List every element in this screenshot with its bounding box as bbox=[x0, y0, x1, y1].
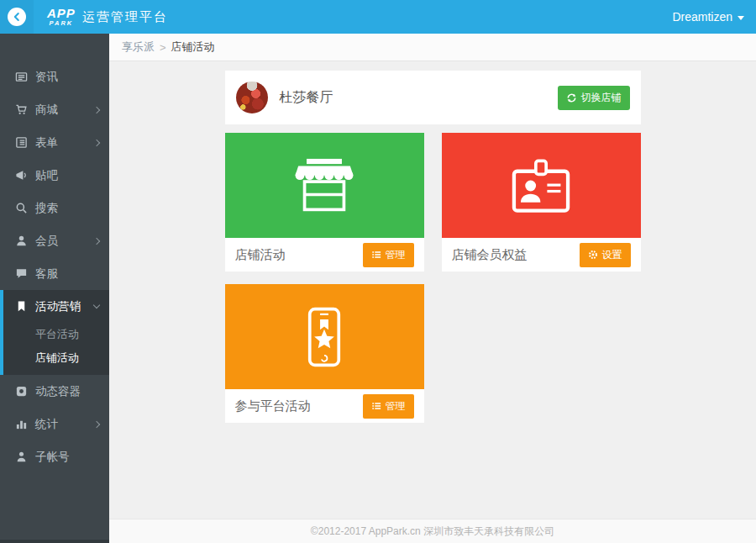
refresh-icon bbox=[566, 92, 577, 103]
sidebar-item-label: 搜索 bbox=[35, 201, 58, 216]
sidebar-item-dynamic-container[interactable]: 动态容器 bbox=[0, 375, 109, 408]
card-footer: 店铺会员权益 设置 bbox=[442, 238, 641, 272]
content-column: 杜莎餐厅 切换店铺 bbox=[225, 71, 641, 423]
sidebar-item-label: 统计 bbox=[35, 417, 58, 432]
caret-down-icon bbox=[738, 16, 744, 20]
sidebar-item-label: 资讯 bbox=[35, 70, 58, 85]
app-window: APP PARK 运营管理平台 Dreamtizen 资讯 商城 bbox=[0, 0, 756, 543]
member-icon bbox=[15, 235, 28, 247]
chat-icon bbox=[15, 267, 28, 280]
sidebar-item-label: 表单 bbox=[35, 135, 58, 150]
sidebar-item-support[interactable]: 客服 bbox=[0, 257, 109, 290]
card-button-label: 管理 bbox=[386, 248, 406, 262]
topbar: APP PARK 运营管理平台 Dreamtizen bbox=[0, 0, 756, 34]
container-icon bbox=[15, 385, 28, 398]
sidebar-subitem-platform-activity[interactable]: 平台活动 bbox=[3, 323, 109, 346]
chevron-right-icon bbox=[93, 139, 100, 145]
form-icon bbox=[15, 136, 28, 149]
card-button-label: 设置 bbox=[602, 248, 622, 262]
sidebar-item-subaccount[interactable]: 子帐号 bbox=[0, 440, 109, 473]
sidebar-item-forum[interactable]: 贴吧 bbox=[0, 159, 109, 192]
card-button-label: 管理 bbox=[386, 399, 406, 414]
breadcrumb-current: 店铺活动 bbox=[171, 40, 215, 55]
chevron-down-icon bbox=[93, 302, 100, 308]
sidebar-item-label: 贴吧 bbox=[35, 168, 58, 183]
sidebar-item-label: 动态容器 bbox=[35, 384, 81, 399]
sidebar-subitem-label: 店铺活动 bbox=[35, 351, 79, 366]
user-icon bbox=[15, 451, 28, 463]
sidebar-subitem-shop-activity[interactable]: 店铺活动 bbox=[3, 346, 109, 370]
switch-shop-button[interactable]: 切换店铺 bbox=[558, 86, 630, 110]
id-card-icon[interactable] bbox=[442, 133, 641, 238]
sidebar-bottom-strip bbox=[0, 540, 109, 543]
page-footer: ©2012-2017 AppPark.cn 深圳市致丰天承科技有限公司 bbox=[109, 519, 756, 543]
switch-shop-label: 切换店铺 bbox=[581, 91, 622, 105]
sidebar-item-label: 子帐号 bbox=[35, 450, 70, 465]
sidebar: 资讯 商城 表单 贴吧 搜索 bbox=[0, 34, 109, 543]
copyright-text: ©2012-2017 AppPark.cn 深圳市致丰天承科技有限公司 bbox=[311, 525, 554, 539]
list-icon bbox=[371, 250, 381, 260]
sidebar-item-label: 会员 bbox=[35, 234, 58, 249]
app-logo: APP PARK 运营管理平台 bbox=[47, 7, 168, 27]
chevron-right-icon bbox=[93, 106, 100, 113]
card-platform-activity: 参与平台活动 管理 bbox=[225, 284, 424, 423]
storefront-icon[interactable] bbox=[225, 133, 424, 238]
manage-platform-activity-button[interactable]: 管理 bbox=[363, 394, 414, 419]
shop-header-card: 杜莎餐厅 切换店铺 bbox=[225, 71, 641, 124]
platform-title: 运营管理平台 bbox=[82, 9, 168, 25]
sidebar-group-marketing: 活动营销 平台活动 店铺活动 bbox=[0, 290, 109, 375]
breadcrumb: 享乐派 > 店铺活动 bbox=[109, 34, 756, 61]
stats-icon bbox=[15, 418, 28, 430]
sidebar-item-members[interactable]: 会员 bbox=[0, 224, 109, 257]
breadcrumb-root-link[interactable]: 享乐派 bbox=[122, 40, 155, 55]
gear-icon bbox=[588, 250, 598, 260]
shop-avatar bbox=[236, 82, 268, 113]
sidebar-item-forms[interactable]: 表单 bbox=[0, 126, 109, 159]
shop-name: 杜莎餐厅 bbox=[280, 89, 333, 107]
news-icon bbox=[15, 71, 28, 83]
card-title: 参与平台活动 bbox=[235, 398, 311, 414]
sidebar-item-label: 活动营销 bbox=[35, 299, 81, 314]
sidebar-item-news[interactable]: 资讯 bbox=[0, 61, 109, 93]
username-label: Dreamtizen bbox=[672, 10, 732, 24]
card-footer: 参与平台活动 管理 bbox=[225, 389, 424, 423]
back-button[interactable] bbox=[0, 0, 34, 34]
manage-shop-activity-button[interactable]: 管理 bbox=[363, 243, 414, 267]
chevron-right-icon bbox=[93, 237, 100, 244]
search-icon bbox=[15, 202, 28, 214]
card-member-benefits: 店铺会员权益 设置 bbox=[442, 133, 641, 272]
set-member-benefits-button[interactable]: 设置 bbox=[580, 243, 631, 267]
sidebar-item-mall[interactable]: 商城 bbox=[0, 93, 109, 126]
logo-app-text: APP bbox=[47, 7, 76, 19]
sidebar-item-statistics[interactable]: 统计 bbox=[0, 408, 109, 440]
logo-park-text: PARK bbox=[50, 20, 74, 27]
card-title: 店铺活动 bbox=[235, 247, 286, 263]
sidebar-subitem-label: 平台活动 bbox=[35, 327, 79, 342]
main-content: 杜莎餐厅 切换店铺 bbox=[109, 61, 756, 543]
cart-icon bbox=[15, 103, 28, 116]
card-title: 店铺会员权益 bbox=[452, 247, 528, 263]
sidebar-item-search[interactable]: 搜索 bbox=[0, 192, 109, 224]
card-footer: 店铺活动 管理 bbox=[225, 238, 424, 272]
list-icon bbox=[371, 401, 381, 411]
feature-cards: 店铺活动 管理 bbox=[225, 133, 641, 423]
bookmark-icon bbox=[15, 300, 28, 313]
card-shop-activity: 店铺活动 管理 bbox=[225, 133, 424, 272]
sidebar-item-marketing[interactable]: 活动营销 bbox=[3, 290, 109, 323]
chevron-right-icon bbox=[93, 420, 100, 427]
back-arrow-icon bbox=[8, 8, 26, 26]
sidebar-item-label: 商城 bbox=[35, 103, 58, 118]
apppark-logo-icon: APP PARK bbox=[47, 7, 76, 27]
sidebar-item-label: 客服 bbox=[35, 266, 58, 282]
phone-star-icon[interactable] bbox=[225, 284, 424, 389]
megaphone-icon bbox=[15, 169, 28, 182]
breadcrumb-separator: > bbox=[160, 41, 166, 54]
user-menu[interactable]: Dreamtizen bbox=[672, 10, 744, 24]
